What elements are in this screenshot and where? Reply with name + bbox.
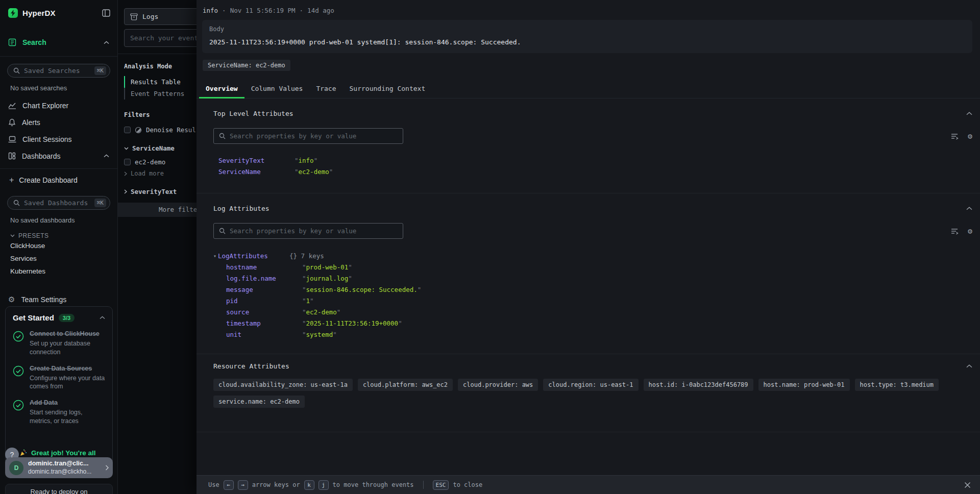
log-attributes-tree: ▾ LogAttributes {} 7 keys hostname prod-…: [213, 251, 972, 354]
attribute-key[interactable]: pid: [226, 295, 302, 307]
attribute-row[interactable]: source ec2-demo: [226, 307, 972, 318]
task-create-data-sources[interactable]: Create Data Sources Configure where your…: [13, 364, 105, 391]
attribute-value[interactable]: session-846.scope: Succeeded.: [302, 284, 421, 295]
sidebar-item-alerts[interactable]: Alerts: [0, 114, 117, 131]
attribute-row[interactable]: pid 1: [226, 295, 972, 307]
checkbox[interactable]: [124, 127, 131, 133]
attribute-key[interactable]: ServiceName: [218, 166, 295, 178]
chevron-up-icon[interactable]: [100, 316, 105, 319]
filter-group-servicename[interactable]: ServiceName: [124, 144, 197, 152]
denoise-results-checkbox-row[interactable]: Denoise Resul: [124, 126, 197, 134]
attribute-row[interactable]: hostname prod-web-01: [226, 262, 972, 273]
attribute-key[interactable]: source: [226, 307, 302, 318]
line-format-icon[interactable]: [951, 133, 959, 140]
attribute-key[interactable]: log.file.name: [226, 273, 302, 284]
property-search-input[interactable]: [230, 132, 398, 140]
filter-group-severitytext[interactable]: SeverityText: [124, 188, 197, 195]
attribute-value[interactable]: info: [295, 155, 317, 166]
attribute-key[interactable]: SeverityText: [218, 155, 295, 166]
tab-trace[interactable]: Trace: [309, 81, 342, 98]
task-connect-clickhouse[interactable]: Connect to ClickHouse Set up your databa…: [13, 330, 105, 357]
resource-chip[interactable]: cloud.availability_zone: us-east-1a: [213, 379, 353, 391]
load-more-button[interactable]: Load more: [124, 170, 197, 177]
saved-searches-input[interactable]: Saved Searches ⌘K: [7, 64, 110, 78]
attribute-value[interactable]: prod-web-01: [302, 262, 352, 273]
sidebar-item-chart-explorer[interactable]: Chart Explorer: [0, 97, 117, 114]
event-search-input[interactable]: [124, 29, 197, 47]
more-filters-button[interactable]: More filte: [118, 203, 197, 217]
resource-chip[interactable]: cloud.platform: aws_ec2: [358, 379, 453, 391]
preset-clickhouse[interactable]: ClickHouse: [0, 239, 117, 252]
mode-event-patterns[interactable]: Event Patterns: [124, 88, 197, 100]
line-format-icon[interactable]: [951, 228, 959, 235]
section-header[interactable]: Log Attributes: [213, 193, 972, 212]
get-started-header[interactable]: Get Started 3/3: [13, 313, 105, 322]
saved-dashboards-input[interactable]: Saved Dashboards ⌘K: [7, 196, 110, 210]
tree-root-row[interactable]: ▾ LogAttributes {} 7 keys: [213, 251, 972, 262]
presets-toggle[interactable]: PRESETS: [10, 232, 117, 239]
chevron-up-icon[interactable]: [104, 41, 109, 44]
sidebar-item-client-sessions[interactable]: Client Sessions: [0, 131, 117, 147]
chevron-up-icon[interactable]: [966, 207, 972, 210]
attribute-value[interactable]: ec2-demo: [302, 307, 340, 318]
attribute-row[interactable]: unit systemd: [226, 329, 972, 340]
task-add-data[interactable]: Add Data Start sending logs, metrics, or…: [13, 399, 105, 426]
chevron-up-icon[interactable]: [966, 112, 972, 115]
sidebar-item-dashboards[interactable]: Dashboards: [0, 147, 117, 164]
saved-searches-placeholder: Saved Searches: [24, 67, 90, 75]
deploy-teaser-card[interactable]: Ready to deploy on: [5, 484, 113, 494]
resource-chip[interactable]: host.name: prod-web-01: [758, 379, 850, 391]
attribute-row[interactable]: SeverityText info: [218, 155, 972, 166]
sidebar-item-search[interactable]: Search: [0, 33, 117, 52]
resource-chip[interactable]: cloud.provider: aws: [458, 379, 538, 391]
chevron-up-icon[interactable]: [104, 154, 109, 158]
attribute-row[interactable]: ServiceName ec2-demo: [218, 166, 972, 178]
section-top-level-attributes: Top Level Attributes ⚙ SeverityText info…: [197, 98, 980, 193]
caret-down-icon[interactable]: ▾: [213, 251, 218, 262]
attribute-value[interactable]: journal.log: [302, 273, 352, 284]
service-name-chip[interactable]: ServiceName: ec2-demo: [203, 60, 290, 71]
attribute-value[interactable]: 1: [302, 295, 314, 307]
tab-overview[interactable]: Overview: [199, 81, 244, 98]
close-icon[interactable]: [964, 482, 971, 488]
user-menu[interactable]: D dominic.tran@clic... dominic.tran@clic…: [5, 457, 113, 478]
attribute-row[interactable]: timestamp 2025-11-11T23:56:19+0000: [226, 318, 972, 329]
attribute-value[interactable]: 2025-11-11T23:56:19+0000: [302, 318, 402, 329]
attribute-value[interactable]: systemd: [302, 329, 337, 340]
property-search-input[interactable]: [230, 227, 398, 235]
gear-icon[interactable]: ⚙: [968, 227, 972, 236]
preset-services[interactable]: Services: [0, 252, 117, 265]
k-key: k: [304, 480, 314, 490]
attribute-value[interactable]: ec2-demo: [295, 166, 333, 178]
attribute-row[interactable]: message session-846.scope: Succeeded.: [226, 284, 972, 295]
property-search[interactable]: [213, 223, 403, 239]
attribute-row[interactable]: log.file.name journal.log: [226, 273, 972, 284]
attribute-key[interactable]: message: [226, 284, 302, 295]
sidebar-item-search-label: Search: [22, 38, 97, 46]
property-search[interactable]: [213, 128, 403, 144]
attribute-key[interactable]: unit: [226, 329, 302, 340]
load-more-label: Load more: [131, 170, 164, 177]
preset-kubernetes[interactable]: Kubernetes: [0, 265, 117, 278]
sidebar-item-team-settings[interactable]: ⚙ Team Settings: [0, 291, 117, 308]
resource-chip[interactable]: service.name: ec2-demo: [213, 396, 305, 408]
tree-root-key[interactable]: LogAttributes: [218, 251, 289, 262]
resource-chip[interactable]: host.type: t3.medium: [855, 379, 939, 391]
attribute-key[interactable]: hostname: [226, 262, 302, 273]
collapse-sidebar-icon[interactable]: [102, 9, 110, 17]
resource-chip[interactable]: host.id: i-0abc123def456789: [644, 379, 753, 391]
gear-icon[interactable]: ⚙: [968, 132, 972, 141]
mode-results-table[interactable]: Results Table: [124, 76, 197, 88]
create-dashboard-button[interactable]: + Create Dashboard: [0, 171, 117, 189]
tab-surrounding-context[interactable]: Surrounding Context: [343, 81, 432, 98]
chevron-up-icon[interactable]: [966, 364, 972, 368]
resource-chip[interactable]: cloud.region: us-east-1: [543, 379, 638, 391]
tab-column-values[interactable]: Column Values: [244, 81, 310, 98]
source-selector-button[interactable]: Logs: [124, 8, 197, 25]
attribute-rows: SeverityText info ServiceName ec2-demo: [213, 155, 972, 193]
section-header[interactable]: Top Level Attributes: [213, 98, 972, 117]
checkbox[interactable]: [124, 159, 131, 165]
attribute-key[interactable]: timestamp: [226, 318, 302, 329]
filter-value-ec2-demo[interactable]: ec2-demo: [124, 158, 197, 166]
section-header[interactable]: Resource Attributes: [213, 354, 972, 370]
